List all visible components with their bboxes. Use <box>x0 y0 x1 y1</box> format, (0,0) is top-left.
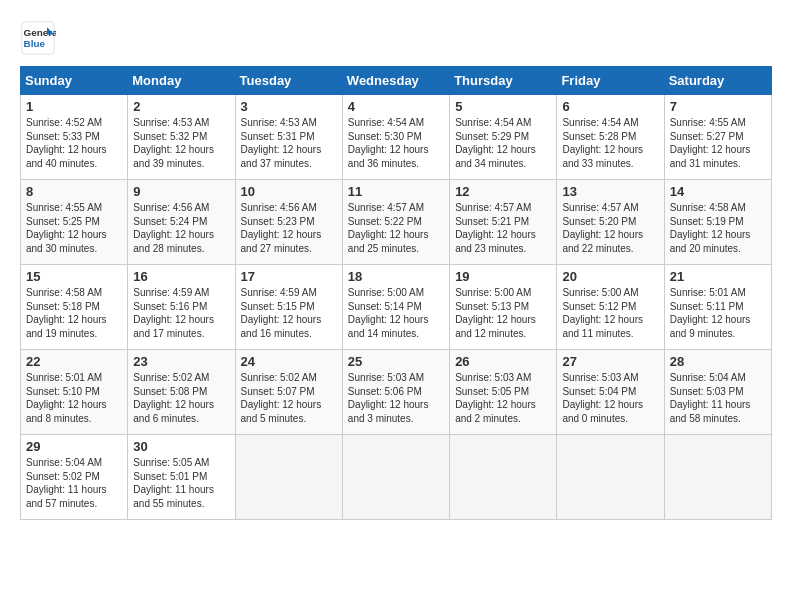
calendar-day-29: 29Sunrise: 5:04 AM Sunset: 5:02 PM Dayli… <box>21 435 128 520</box>
day-number: 21 <box>670 269 766 284</box>
day-number: 1 <box>26 99 122 114</box>
day-number: 6 <box>562 99 658 114</box>
day-number: 9 <box>133 184 229 199</box>
weekday-header-monday: Monday <box>128 67 235 95</box>
day-number: 18 <box>348 269 444 284</box>
calendar-day-30: 30Sunrise: 5:05 AM Sunset: 5:01 PM Dayli… <box>128 435 235 520</box>
day-number: 28 <box>670 354 766 369</box>
calendar-day-3: 3Sunrise: 4:53 AM Sunset: 5:31 PM Daylig… <box>235 95 342 180</box>
day-info: Sunrise: 4:54 AM Sunset: 5:28 PM Dayligh… <box>562 116 658 170</box>
day-number: 2 <box>133 99 229 114</box>
calendar-day-27: 27Sunrise: 5:03 AM Sunset: 5:04 PM Dayli… <box>557 350 664 435</box>
calendar-day-23: 23Sunrise: 5:02 AM Sunset: 5:08 PM Dayli… <box>128 350 235 435</box>
day-info: Sunrise: 5:03 AM Sunset: 5:04 PM Dayligh… <box>562 371 658 425</box>
svg-text:Blue: Blue <box>24 38 46 49</box>
weekday-header-sunday: Sunday <box>21 67 128 95</box>
day-info: Sunrise: 5:01 AM Sunset: 5:11 PM Dayligh… <box>670 286 766 340</box>
day-number: 14 <box>670 184 766 199</box>
weekday-header-wednesday: Wednesday <box>342 67 449 95</box>
day-info: Sunrise: 4:59 AM Sunset: 5:15 PM Dayligh… <box>241 286 337 340</box>
day-number: 26 <box>455 354 551 369</box>
logo: General Blue <box>20 20 60 56</box>
day-info: Sunrise: 4:55 AM Sunset: 5:25 PM Dayligh… <box>26 201 122 255</box>
day-info: Sunrise: 4:53 AM Sunset: 5:31 PM Dayligh… <box>241 116 337 170</box>
calendar-day-24: 24Sunrise: 5:02 AM Sunset: 5:07 PM Dayli… <box>235 350 342 435</box>
day-number: 30 <box>133 439 229 454</box>
calendar-table: SundayMondayTuesdayWednesdayThursdayFrid… <box>20 66 772 520</box>
day-info: Sunrise: 4:54 AM Sunset: 5:29 PM Dayligh… <box>455 116 551 170</box>
day-info: Sunrise: 5:04 AM Sunset: 5:03 PM Dayligh… <box>670 371 766 425</box>
day-number: 7 <box>670 99 766 114</box>
calendar-day-empty <box>664 435 771 520</box>
day-number: 16 <box>133 269 229 284</box>
day-info: Sunrise: 5:03 AM Sunset: 5:05 PM Dayligh… <box>455 371 551 425</box>
day-info: Sunrise: 4:52 AM Sunset: 5:33 PM Dayligh… <box>26 116 122 170</box>
calendar-day-16: 16Sunrise: 4:59 AM Sunset: 5:16 PM Dayli… <box>128 265 235 350</box>
day-number: 15 <box>26 269 122 284</box>
calendar-day-14: 14Sunrise: 4:58 AM Sunset: 5:19 PM Dayli… <box>664 180 771 265</box>
day-info: Sunrise: 5:05 AM Sunset: 5:01 PM Dayligh… <box>133 456 229 510</box>
day-number: 22 <box>26 354 122 369</box>
calendar-week-3: 15Sunrise: 4:58 AM Sunset: 5:18 PM Dayli… <box>21 265 772 350</box>
weekday-header-row: SundayMondayTuesdayWednesdayThursdayFrid… <box>21 67 772 95</box>
page-header: General Blue <box>20 20 772 56</box>
day-info: Sunrise: 5:00 AM Sunset: 5:13 PM Dayligh… <box>455 286 551 340</box>
calendar-day-10: 10Sunrise: 4:56 AM Sunset: 5:23 PM Dayli… <box>235 180 342 265</box>
day-number: 23 <box>133 354 229 369</box>
day-number: 19 <box>455 269 551 284</box>
day-number: 20 <box>562 269 658 284</box>
calendar-week-1: 1Sunrise: 4:52 AM Sunset: 5:33 PM Daylig… <box>21 95 772 180</box>
calendar-day-2: 2Sunrise: 4:53 AM Sunset: 5:32 PM Daylig… <box>128 95 235 180</box>
calendar-week-4: 22Sunrise: 5:01 AM Sunset: 5:10 PM Dayli… <box>21 350 772 435</box>
weekday-header-thursday: Thursday <box>450 67 557 95</box>
calendar-day-6: 6Sunrise: 4:54 AM Sunset: 5:28 PM Daylig… <box>557 95 664 180</box>
day-number: 12 <box>455 184 551 199</box>
calendar-week-2: 8Sunrise: 4:55 AM Sunset: 5:25 PM Daylig… <box>21 180 772 265</box>
day-number: 13 <box>562 184 658 199</box>
day-info: Sunrise: 4:53 AM Sunset: 5:32 PM Dayligh… <box>133 116 229 170</box>
calendar-day-21: 21Sunrise: 5:01 AM Sunset: 5:11 PM Dayli… <box>664 265 771 350</box>
calendar-day-7: 7Sunrise: 4:55 AM Sunset: 5:27 PM Daylig… <box>664 95 771 180</box>
calendar-day-5: 5Sunrise: 4:54 AM Sunset: 5:29 PM Daylig… <box>450 95 557 180</box>
weekday-header-tuesday: Tuesday <box>235 67 342 95</box>
day-info: Sunrise: 5:02 AM Sunset: 5:07 PM Dayligh… <box>241 371 337 425</box>
day-number: 5 <box>455 99 551 114</box>
calendar-day-20: 20Sunrise: 5:00 AM Sunset: 5:12 PM Dayli… <box>557 265 664 350</box>
calendar-day-28: 28Sunrise: 5:04 AM Sunset: 5:03 PM Dayli… <box>664 350 771 435</box>
day-number: 10 <box>241 184 337 199</box>
day-info: Sunrise: 5:04 AM Sunset: 5:02 PM Dayligh… <box>26 456 122 510</box>
day-number: 29 <box>26 439 122 454</box>
day-info: Sunrise: 5:02 AM Sunset: 5:08 PM Dayligh… <box>133 371 229 425</box>
calendar-day-25: 25Sunrise: 5:03 AM Sunset: 5:06 PM Dayli… <box>342 350 449 435</box>
calendar-day-8: 8Sunrise: 4:55 AM Sunset: 5:25 PM Daylig… <box>21 180 128 265</box>
day-info: Sunrise: 4:58 AM Sunset: 5:19 PM Dayligh… <box>670 201 766 255</box>
day-info: Sunrise: 4:56 AM Sunset: 5:24 PM Dayligh… <box>133 201 229 255</box>
calendar-day-12: 12Sunrise: 4:57 AM Sunset: 5:21 PM Dayli… <box>450 180 557 265</box>
day-info: Sunrise: 4:59 AM Sunset: 5:16 PM Dayligh… <box>133 286 229 340</box>
calendar-day-13: 13Sunrise: 4:57 AM Sunset: 5:20 PM Dayli… <box>557 180 664 265</box>
calendar-day-empty <box>235 435 342 520</box>
calendar-day-26: 26Sunrise: 5:03 AM Sunset: 5:05 PM Dayli… <box>450 350 557 435</box>
day-number: 27 <box>562 354 658 369</box>
day-number: 4 <box>348 99 444 114</box>
calendar-day-15: 15Sunrise: 4:58 AM Sunset: 5:18 PM Dayli… <box>21 265 128 350</box>
day-info: Sunrise: 4:54 AM Sunset: 5:30 PM Dayligh… <box>348 116 444 170</box>
weekday-header-friday: Friday <box>557 67 664 95</box>
day-info: Sunrise: 4:57 AM Sunset: 5:20 PM Dayligh… <box>562 201 658 255</box>
day-number: 11 <box>348 184 444 199</box>
day-info: Sunrise: 5:01 AM Sunset: 5:10 PM Dayligh… <box>26 371 122 425</box>
calendar-day-22: 22Sunrise: 5:01 AM Sunset: 5:10 PM Dayli… <box>21 350 128 435</box>
day-info: Sunrise: 4:56 AM Sunset: 5:23 PM Dayligh… <box>241 201 337 255</box>
day-info: Sunrise: 5:00 AM Sunset: 5:12 PM Dayligh… <box>562 286 658 340</box>
calendar-day-19: 19Sunrise: 5:00 AM Sunset: 5:13 PM Dayli… <box>450 265 557 350</box>
calendar-day-11: 11Sunrise: 4:57 AM Sunset: 5:22 PM Dayli… <box>342 180 449 265</box>
day-number: 17 <box>241 269 337 284</box>
calendar-day-empty <box>557 435 664 520</box>
day-info: Sunrise: 5:00 AM Sunset: 5:14 PM Dayligh… <box>348 286 444 340</box>
day-number: 3 <box>241 99 337 114</box>
day-number: 25 <box>348 354 444 369</box>
calendar-day-empty <box>450 435 557 520</box>
calendar-day-1: 1Sunrise: 4:52 AM Sunset: 5:33 PM Daylig… <box>21 95 128 180</box>
day-info: Sunrise: 4:57 AM Sunset: 5:21 PM Dayligh… <box>455 201 551 255</box>
day-info: Sunrise: 4:55 AM Sunset: 5:27 PM Dayligh… <box>670 116 766 170</box>
